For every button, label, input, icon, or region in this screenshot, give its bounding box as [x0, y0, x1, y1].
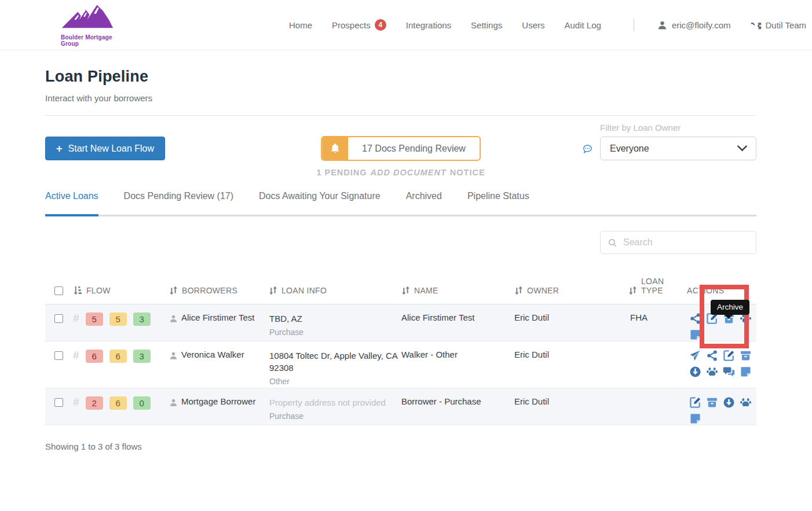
download-action-icon[interactable]: [723, 396, 735, 409]
filter-by-loan-owner-label: Filter by Loan Owner: [600, 123, 756, 133]
top-navigation-bar: Boulder Mortgage Group Home Prospects 4 …: [0, 0, 812, 50]
flow-counts-cell: #553: [71, 304, 167, 341]
loan-info-cell: 10804 Toltec Dr, Apple Valley, CA 92308O…: [266, 341, 397, 388]
row-checkbox[interactable]: [54, 398, 63, 407]
docs-pending-review-notice[interactable]: 17 Docs Pending Review: [321, 136, 481, 161]
borrower-name[interactable]: Mortgage Borrower: [181, 396, 255, 406]
hash-icon: #: [73, 396, 79, 409]
flow-name-cell: Alice Firstimer Test: [397, 304, 512, 341]
flow-count-red-badge: 5: [86, 313, 103, 326]
column-header-flow[interactable]: FLOW: [71, 286, 167, 304]
table-row: #260Mortgage BorrowerProperty address no…: [45, 388, 756, 425]
user-email: eric@floify.com: [672, 20, 731, 30]
select-all-checkbox[interactable]: [54, 286, 63, 295]
tab-docs-awaiting-signature[interactable]: Docs Awaiting Your Signature: [259, 188, 381, 216]
brand-name: Boulder Mortgage Group: [61, 34, 121, 47]
loan-info-cell: Property address not providedPurchase: [266, 388, 397, 425]
sort-icon: [628, 286, 637, 295]
flow-count-green-badge: 3: [133, 313, 151, 326]
column-header-loan-type[interactable]: LOANTYPE: [622, 277, 674, 304]
column-header-name[interactable]: NAME: [397, 286, 512, 304]
plus-icon: +: [56, 144, 63, 154]
pending-add-document-notice: 1 PENDINGADD DOCUMENTNOTICE: [45, 168, 756, 177]
table-body: #553Alice Firstimer TestTBD, AZPurchaseA…: [45, 304, 756, 425]
loan-info-purpose: Other: [269, 376, 397, 388]
mountains-logo-icon: [61, 3, 121, 33]
comments-action-icon[interactable]: [723, 366, 735, 378]
paw-action-icon[interactable]: [740, 396, 752, 409]
send-action-icon[interactable]: [689, 350, 701, 362]
borrowers-cell: Alice Firstimer Test: [167, 304, 266, 341]
column-header-label-loan-type: LOANTYPE: [628, 277, 664, 295]
column-header-owner[interactable]: OWNER: [512, 286, 622, 304]
loan-info-purpose: Purchase: [269, 326, 397, 339]
person-icon: [169, 351, 178, 360]
edit-action-icon[interactable]: [723, 350, 735, 362]
tab-pipeline-status[interactable]: Pipeline Status: [467, 188, 529, 216]
sort-icon: [169, 286, 178, 295]
borrower-name[interactable]: Alice Firstimer Test: [181, 313, 254, 322]
column-header-loan-info[interactable]: LOAN INFO: [266, 286, 397, 304]
brand-logo[interactable]: Boulder Mortgage Group: [61, 3, 121, 47]
page-subtitle: Interact with your borrowers: [45, 93, 756, 103]
search-input[interactable]: [623, 237, 739, 248]
share-action-icon[interactable]: [706, 350, 718, 362]
pipeline-tabs: Active Loans Docs Pending Review (17) Do…: [45, 188, 756, 216]
team-switcher[interactable]: Dutil Team: [751, 20, 807, 30]
note-action-icon[interactable]: [689, 413, 701, 425]
loan-info-cell: TBD, AZPurchase: [266, 304, 397, 341]
flow-count-red-badge: 6: [86, 350, 103, 363]
nav-item-integrations[interactable]: Integrations: [406, 20, 451, 30]
archive-action-icon[interactable]: [740, 350, 752, 362]
nav-item-settings[interactable]: Settings: [471, 20, 502, 30]
nav-item-users[interactable]: Users: [522, 20, 544, 30]
column-header-label-owner: OWNER: [527, 286, 559, 295]
person-icon: [169, 314, 178, 323]
column-header-label-flow: FLOW: [86, 286, 111, 295]
user-account-menu[interactable]: eric@floify.com: [657, 20, 731, 30]
flow-count-red-badge: 2: [86, 396, 103, 410]
column-header-borrowers[interactable]: BORROWERS: [167, 286, 266, 304]
row-checkbox[interactable]: [54, 351, 63, 360]
user-icon: [657, 20, 667, 30]
loan-info-address: Property address not provided: [269, 396, 397, 409]
sort-icon: [401, 286, 410, 295]
note-action-icon[interactable]: [689, 329, 701, 341]
owner-cell: Eric Dutil: [512, 341, 622, 388]
borrower-name[interactable]: Veronica Walker: [181, 350, 244, 359]
column-header-label-actions: ACTIONS: [687, 286, 724, 295]
chevron-down-icon: [737, 145, 748, 152]
archive-action-icon[interactable]: [706, 396, 718, 409]
tab-archived[interactable]: Archived: [406, 188, 442, 216]
start-new-loan-flow-button[interactable]: + Start New Loan Flow: [45, 137, 165, 160]
feedback-chat-icon[interactable]: [582, 144, 593, 154]
row-select-cell: [45, 388, 71, 425]
column-header-label-name: NAME: [414, 286, 438, 295]
loan-info-address: TBD, AZ: [269, 313, 397, 325]
tab-active-loans[interactable]: Active Loans: [45, 188, 98, 216]
nav-item-audit-log[interactable]: Audit Log: [564, 20, 601, 30]
search-row: [45, 231, 756, 254]
share-action-icon[interactable]: [689, 313, 701, 325]
switch-team-icon: [751, 20, 762, 30]
paw-action-icon[interactable]: [706, 366, 718, 378]
note-action-icon[interactable]: [740, 366, 752, 378]
owner-cell: Eric Dutil: [512, 388, 622, 425]
bell-icon: [322, 137, 348, 160]
flow-count-yellow-badge: 6: [109, 396, 127, 410]
loan-type-cell: FHA: [622, 304, 674, 341]
borrowers-cell: Veronica Walker: [167, 341, 266, 388]
tab-docs-pending-review[interactable]: Docs Pending Review (17): [124, 188, 233, 216]
sort-icon: [269, 286, 277, 295]
row-checkbox[interactable]: [54, 314, 63, 323]
prospects-count-badge: 4: [375, 19, 386, 31]
borrowers-cell: Mortgage Borrower: [167, 388, 266, 425]
sort-icon: [73, 286, 82, 295]
download-action-icon[interactable]: [689, 366, 701, 378]
table-row: #663Veronica Walker10804 Toltec Dr, Appl…: [45, 341, 756, 388]
loan-owner-select[interactable]: Everyone: [600, 137, 756, 160]
nav-item-prospects[interactable]: Prospects 4: [332, 19, 386, 31]
edit-action-icon[interactable]: [689, 396, 701, 409]
nav-item-home[interactable]: Home: [289, 20, 312, 30]
archive-tooltip: Archive: [711, 300, 749, 315]
